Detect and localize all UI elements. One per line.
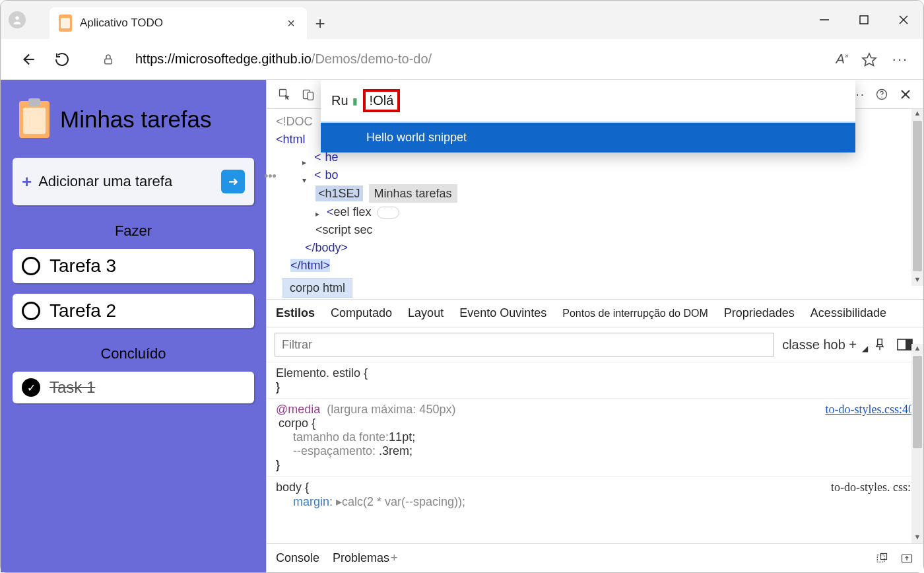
new-tab-button[interactable]: + [307, 7, 333, 39]
task-item-done[interactable]: ✓ Task 1 [13, 372, 254, 403]
tab-title: Aplicativo TODO [80, 17, 284, 30]
add-task-input[interactable]: Adicionar uma tarefa [38, 173, 214, 190]
dom-script: <script sec [315, 223, 373, 236]
scroll-down-icon[interactable]: ▼ [913, 533, 922, 543]
plus-icon: + [22, 172, 32, 192]
caret-icon[interactable] [302, 154, 310, 162]
cmd-result-item[interactable]: Hello world snippet [321, 121, 855, 152]
close-devtools-button[interactable] [894, 83, 917, 106]
checkbox-icon[interactable] [22, 302, 40, 320]
profile-button[interactable] [1, 1, 34, 39]
more-dots-icon[interactable]: ••• [264, 170, 277, 184]
rule-source-link[interactable]: to-do-styles. css:l [831, 481, 914, 494]
scroll-thumb[interactable] [913, 121, 922, 271]
style-rule-element[interactable]: Elemento. estilo { } [267, 362, 923, 399]
favorite-button[interactable] [861, 51, 881, 67]
scroll-up-icon[interactable]: ▲ [913, 344, 922, 354]
dom-h1-row[interactable]: <h1SEJ Minhas tarefas [276, 187, 914, 201]
tab-accessibility[interactable]: Acessibilidade [810, 306, 886, 320]
task-item[interactable]: Tarefa 3 [13, 249, 254, 283]
svg-point-0 [15, 17, 18, 20]
scroll-up-icon[interactable]: ▲ [913, 109, 922, 119]
page-title: Minhas tarefas [60, 106, 212, 133]
rule-close: } [276, 380, 914, 394]
task-item[interactable]: Tarefa 2 [13, 294, 254, 328]
task-label: Tarefa 2 [50, 300, 116, 321]
scroll-thumb[interactable] [913, 356, 922, 448]
url-host: https://microsoftedge.github.io [135, 51, 312, 67]
svg-rect-10 [308, 92, 313, 100]
clipboard-icon [59, 15, 72, 32]
dom-body-close: </body> [305, 241, 348, 255]
rule-selector: Elemento. estilo { [276, 366, 368, 380]
breadcrumb-item[interactable]: corpo html [282, 278, 352, 298]
dom-body: bo [325, 168, 339, 182]
brush-icon[interactable] [873, 337, 892, 352]
drawer-icon-1[interactable] [874, 553, 889, 564]
task-label: Task 1 [50, 378, 95, 397]
devtools-drawer: Console Problemas+ [267, 543, 923, 572]
dom-breadcrumb[interactable]: corpo html [276, 277, 914, 299]
cmd-input[interactable]: !Olá [370, 93, 394, 108]
close-icon[interactable]: × [284, 16, 298, 31]
rule-close: } [276, 458, 914, 472]
device-toggle-button[interactable] [297, 83, 319, 106]
scrollbar[interactable]: ▲ ▼ [911, 109, 923, 286]
help-button[interactable] [871, 83, 893, 106]
rule-source-link[interactable]: to-do-styles.css:40 [826, 403, 915, 417]
url-path: /Demos/demo-to-do/ [312, 51, 432, 67]
tab-layout[interactable]: Layout [408, 306, 444, 320]
val-margin: calc(2 * var(--spacing)); [342, 495, 465, 508]
dom-html-close: </html> [290, 259, 330, 272]
address-bar: https://microsoftedge.github.io/Demos/de… [1, 39, 923, 80]
submit-button[interactable]: ➜ [221, 170, 245, 193]
refresh-button[interactable] [48, 46, 76, 73]
content-area: Minhas tarefas + Adicionar uma tarefa ➜ … [1, 80, 923, 572]
val-spacing: .3rem; [379, 444, 412, 457]
class-toggle[interactable]: classe hob + [782, 337, 857, 353]
val-font: 11pt; [389, 430, 415, 444]
devtools-panel: </> Elementos + ··· Ru ▮ [266, 80, 923, 572]
menu-button[interactable]: ··· [890, 51, 910, 68]
tab-dom-breakpoints[interactable]: Pontos de interrupção do DOM [562, 308, 708, 320]
styles-filter-input[interactable] [275, 333, 774, 356]
inspect-button[interactable] [273, 83, 296, 106]
cmd-input-highlight: !Olá [363, 89, 401, 112]
style-rule-media[interactable]: to-do-styles.css:40 @media (largura máxi… [267, 399, 923, 477]
prop-margin: margin: [293, 495, 333, 508]
drawer-icon-2[interactable] [900, 553, 914, 564]
caret-icon[interactable] [315, 206, 323, 214]
back-button[interactable] [14, 46, 42, 73]
style-rule-body[interactable]: to-do-styles. css:l body { margin: ▸calc… [267, 477, 923, 513]
checkbox-icon[interactable] [22, 257, 40, 275]
scrollbar[interactable]: ▲ ▼ [911, 344, 923, 543]
tab-computed[interactable]: Computado [331, 306, 392, 320]
dom-head: he [325, 151, 339, 164]
svg-marker-7 [863, 53, 876, 66]
pill-icon [377, 207, 399, 219]
drawer-tab-console[interactable]: Console [276, 551, 319, 565]
lock-icon [102, 53, 122, 66]
rule-media: @media [276, 403, 320, 416]
tab-event-listeners[interactable]: Evento Ouvintes [459, 306, 546, 320]
styles-filter-row: classe hob + ◢ [267, 327, 923, 362]
cmd-prefix: Ru [331, 93, 348, 108]
svg-rect-6 [105, 59, 112, 64]
url-field[interactable]: https://microsoftedge.github.io/Demos/de… [102, 46, 819, 73]
browser-tab[interactable]: Aplicativo TODO × [50, 7, 307, 39]
maximize-button[interactable] [844, 7, 884, 33]
check-icon[interactable]: ✓ [22, 378, 40, 397]
dom-eel: eel flex [334, 205, 372, 219]
close-window-button[interactable] [884, 7, 923, 33]
drawer-tab-problems[interactable]: Problemas+ [333, 551, 398, 565]
dom-h1-tag: <h1SEJ [315, 185, 363, 201]
scroll-down-icon[interactable]: ▼ [913, 275, 922, 286]
caret-down-icon[interactable] [302, 172, 310, 180]
minimize-button[interactable] [805, 7, 844, 33]
read-aloud-button[interactable]: A» [832, 51, 852, 67]
tab-styles[interactable]: Estilos [276, 306, 315, 320]
browser-window: Aplicativo TODO × + https://microsoftedg… [0, 0, 924, 573]
caret-icon: ▮ [352, 96, 358, 106]
add-task-form[interactable]: + Adicionar uma tarefa ➜ [13, 158, 254, 205]
tab-properties[interactable]: Propriedades [724, 306, 795, 320]
